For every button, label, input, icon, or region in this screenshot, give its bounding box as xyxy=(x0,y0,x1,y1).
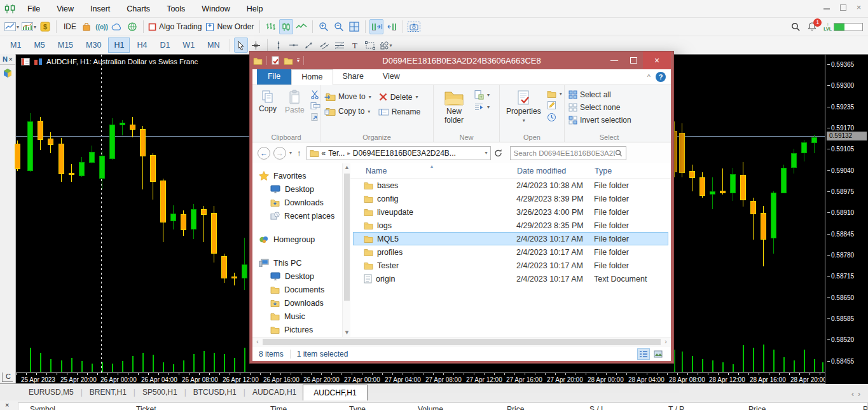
select-all-button[interactable]: Select all xyxy=(568,90,631,99)
timeframe-m5[interactable]: M5 xyxy=(28,38,50,53)
new-folder-button[interactable]: New folder xyxy=(437,88,471,126)
timeframe-h4[interactable]: H4 xyxy=(131,38,153,53)
chart-type-dropdown[interactable]: ▾ xyxy=(4,19,20,34)
sidebar-item-pictures[interactable]: Pictures xyxy=(252,323,350,336)
file-row-logs[interactable]: logs4/29/2023 8:35 PMFile folder xyxy=(353,219,668,232)
ribbon-tab-file[interactable]: File xyxy=(257,69,291,85)
zoom-out-button[interactable] xyxy=(332,19,346,34)
history-button[interactable] xyxy=(547,113,562,122)
nav-scroll-thumb[interactable] xyxy=(344,174,350,301)
folder-icon[interactable] xyxy=(284,57,293,65)
properties-check-icon[interactable] xyxy=(271,56,280,65)
back-button[interactable]: ← xyxy=(258,147,270,160)
market-button[interactable] xyxy=(79,19,93,34)
sidebar-item-desktop[interactable]: Desktop xyxy=(252,182,350,196)
toolbox-column-price[interactable]: Price xyxy=(507,405,524,410)
breadcrumb-root[interactable]: Ter... xyxy=(328,149,345,158)
explorer-title-bar[interactable]: D0694EE1816B0E3A2D24B3606A663CE8 ▾ — × xyxy=(252,51,671,69)
qat-customize-dropdown[interactable]: ▾ xyxy=(297,58,300,64)
breadcrumb-folder[interactable]: D0694EE1816B0E3A2D24B... xyxy=(353,149,456,158)
ide-button[interactable]: IDE xyxy=(60,19,78,34)
app-close-button[interactable]: × xyxy=(855,4,863,11)
copy-path-icon[interactable] xyxy=(310,102,320,110)
candlestick-style-button[interactable] xyxy=(279,19,293,34)
time-axis[interactable]: 25 Apr 202325 Apr 20:0026 Apr 00:0026 Ap… xyxy=(16,372,825,384)
column-header-date-modified[interactable]: Date modified xyxy=(517,167,595,175)
timeframe-h1[interactable]: H1 xyxy=(108,38,130,53)
sidebar-item-favorites[interactable]: Favorites xyxy=(252,169,350,182)
toolbox-column-price[interactable]: Price xyxy=(748,405,766,410)
line-style-button[interactable] xyxy=(294,19,308,34)
paste-button[interactable]: Paste xyxy=(282,88,307,116)
column-header-type[interactable]: Type xyxy=(595,167,671,175)
explorer-close-button[interactable]: × xyxy=(643,51,671,69)
cut-icon[interactable] xyxy=(310,90,320,99)
help-icon[interactable]: ? xyxy=(656,72,666,82)
timeframe-mn[interactable]: MN xyxy=(202,38,225,53)
chart-shift-button[interactable] xyxy=(369,19,383,34)
copy-button[interactable]: Copy xyxy=(256,88,279,115)
menu-file[interactable]: File xyxy=(19,1,48,17)
sidebar-item-homegroup[interactable]: Homegroup xyxy=(252,233,350,246)
invert-selection-button[interactable]: Invert selection xyxy=(568,116,631,125)
app-minimize-button[interactable] xyxy=(823,4,831,11)
folder-icon[interactable] xyxy=(253,57,263,65)
copy-to-button[interactable]: Copy to▾ xyxy=(324,107,371,116)
address-input[interactable]: « Ter... ▸ D0694EE1816B0E3A2D24B... ▾ xyxy=(307,146,491,160)
mql5-community-icon[interactable] xyxy=(3,68,13,78)
ribbon-collapse-icon[interactable]: ^ xyxy=(647,73,651,81)
breadcrumb-collapse[interactable]: « xyxy=(322,149,326,158)
nav-scrollbar[interactable]: ▲ ▼ xyxy=(342,163,350,337)
menu-window[interactable]: Window xyxy=(193,1,238,17)
sidebar-item-music[interactable]: Music xyxy=(252,310,350,323)
thumbnails-view-button[interactable] xyxy=(652,348,665,360)
one-click-trading-icon[interactable] xyxy=(21,58,30,65)
ribbon-tab-home[interactable]: Home xyxy=(291,69,333,85)
price-axis[interactable]: 0.593650.593000.592350.591700.591050.590… xyxy=(825,55,868,384)
file-row-tester[interactable]: Tester2/4/2023 10:17 AMFile folder xyxy=(353,259,668,272)
open-button[interactable]: ▾ xyxy=(547,90,562,98)
file-row-bases[interactable]: bases2/4/2023 10:38 AMFile folder xyxy=(353,179,668,192)
timeframe-m15[interactable]: M15 xyxy=(52,38,79,53)
indicator-dropdown[interactable]: ▾ xyxy=(21,19,37,34)
recent-locations-dropdown[interactable]: ▾ xyxy=(289,150,292,156)
nav-scroll-up-icon[interactable]: ▲ xyxy=(343,163,350,172)
menu-tools[interactable]: Tools xyxy=(158,1,193,17)
toolbox-column-sl[interactable]: S / L xyxy=(589,405,605,410)
nav-scroll-down-icon[interactable]: ▼ xyxy=(343,329,350,337)
file-row-config[interactable]: config4/29/2023 8:39 PMFile folder xyxy=(353,192,668,205)
depth-of-market-icon[interactable] xyxy=(34,58,43,65)
timeframe-w1[interactable]: W1 xyxy=(177,38,200,53)
chart-tab-brent-h1[interactable]: BRENT,H1 xyxy=(83,384,133,400)
move-to-button[interactable]: Move to▾ xyxy=(324,92,371,101)
delete-button[interactable]: Delete▾ xyxy=(378,92,420,102)
sidebar-item-desktop[interactable]: Desktop xyxy=(252,270,350,283)
scroll-right-icon[interactable]: › xyxy=(662,338,670,345)
zoom-in-button[interactable] xyxy=(317,19,331,34)
sidebar-item-documents[interactable]: Documents xyxy=(252,283,350,296)
toolbox-close-icon[interactable]: × xyxy=(5,401,9,409)
app-restore-button[interactable] xyxy=(839,4,847,11)
file-explorer-window[interactable]: D0694EE1816B0E3A2D24B3606A663CE8 ▾ — × F… xyxy=(249,51,674,364)
chart-tab-btcusd-h1[interactable]: BTCUSD,H1 xyxy=(187,384,243,400)
explorer-minimize-button[interactable]: — xyxy=(605,51,624,69)
menu-charts[interactable]: Charts xyxy=(118,1,158,17)
details-view-button[interactable] xyxy=(637,348,650,360)
sidebar-item-recent-places[interactable]: Recent places xyxy=(252,209,350,222)
notifications-button[interactable]: 1 xyxy=(807,22,817,32)
menu-insert[interactable]: Insert xyxy=(82,1,118,17)
menu-help[interactable]: Help xyxy=(238,1,272,17)
select-none-button[interactable]: Select none xyxy=(568,103,631,112)
file-row-mql5[interactable]: MQL52/4/2023 10:17 AMFile folder xyxy=(353,232,668,245)
explorer-maximize-button[interactable] xyxy=(624,51,643,69)
edit-button[interactable] xyxy=(547,100,562,110)
ribbon-tab-view[interactable]: View xyxy=(373,69,410,85)
chart-tab-audchf-h1[interactable]: AUDCHF,H1 xyxy=(303,385,367,400)
new-item-button[interactable]: ▾ xyxy=(474,90,490,100)
signals-button[interactable]: ((o)) xyxy=(95,19,109,34)
chart-tab-sp500-h1[interactable]: SP500,H1 xyxy=(136,384,184,400)
toolbox-column-ticket[interactable]: Ticket xyxy=(136,405,156,410)
timeframe-d1[interactable]: D1 xyxy=(154,38,176,53)
deposit-button[interactable]: $ xyxy=(38,19,52,34)
vps-cloud-button[interactable] xyxy=(110,19,124,34)
